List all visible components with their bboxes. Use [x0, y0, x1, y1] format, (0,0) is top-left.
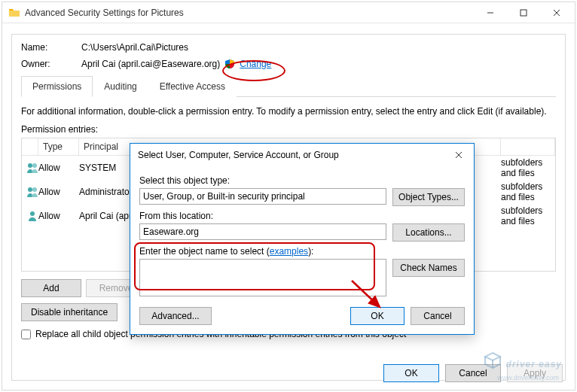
- col-type[interactable]: Type: [38, 138, 79, 155]
- maximize-button[interactable]: [507, 2, 540, 23]
- name-label: Name:: [21, 42, 81, 53]
- info-text: For additional information, double-click…: [21, 106, 556, 117]
- change-owner-link[interactable]: Change: [240, 59, 271, 69]
- add-button[interactable]: Add: [21, 279, 81, 297]
- object-type-label: Select this object type:: [139, 175, 465, 186]
- minimize-button[interactable]: [474, 2, 507, 23]
- user-icon: [26, 210, 38, 222]
- object-types-button[interactable]: Object Types...: [392, 188, 465, 206]
- owner-value: April Cai (april.cai@Easeware.org): [81, 59, 220, 69]
- dialog-ok-button[interactable]: OK: [350, 307, 405, 325]
- shield-icon: [224, 59, 235, 69]
- select-user-dialog: Select User, Computer, Service Account, …: [130, 143, 475, 335]
- examples-link[interactable]: examples: [270, 246, 308, 257]
- name-value: C:\Users\April.Cai\Pictures: [81, 42, 556, 53]
- object-name-label: Enter the object name to select (example…: [139, 246, 465, 257]
- svg-point-6: [28, 187, 32, 192]
- titlebar: Advanced Security Settings for Pictures: [2, 2, 575, 23]
- locations-button[interactable]: Locations...: [392, 223, 465, 242]
- tab-auditing[interactable]: Auditing: [93, 76, 148, 97]
- replace-child-checkbox[interactable]: [21, 330, 31, 339]
- advanced-button[interactable]: Advanced...: [139, 307, 212, 325]
- owner-label: Owner:: [21, 59, 81, 69]
- folder-icon: [8, 7, 20, 19]
- svg-point-8: [30, 211, 35, 216]
- window-title: Advanced Security Settings for Pictures: [25, 8, 474, 18]
- location-label: From this location:: [139, 211, 465, 221]
- main-cancel-button[interactable]: Cancel: [445, 364, 501, 382]
- object-name-input[interactable]: [139, 259, 386, 296]
- svg-point-5: [32, 163, 37, 168]
- svg-point-7: [32, 187, 37, 192]
- main-apply-button[interactable]: Apply: [507, 364, 563, 382]
- permission-entries-label: Permission entries:: [21, 124, 556, 135]
- dialog-cancel-button[interactable]: Cancel: [411, 307, 465, 325]
- user-icon: [26, 186, 38, 198]
- svg-point-4: [28, 163, 32, 168]
- dialog-titlebar: Select User, Computer, Service Account, …: [130, 144, 474, 166]
- col-applies[interactable]: [501, 138, 555, 155]
- check-names-button[interactable]: Check Names: [392, 259, 465, 277]
- tab-permissions[interactable]: Permissions: [21, 76, 93, 97]
- location-field[interactable]: [139, 223, 386, 240]
- tab-strip: Permissions Auditing Effective Access: [21, 75, 556, 97]
- close-button[interactable]: [540, 2, 573, 23]
- dialog-close-button[interactable]: [444, 144, 474, 166]
- svg-rect-1: [521, 10, 527, 16]
- tab-effective-access[interactable]: Effective Access: [148, 76, 237, 97]
- main-ok-button[interactable]: OK: [383, 364, 439, 382]
- user-icon: [26, 162, 38, 174]
- object-type-field[interactable]: [139, 188, 386, 205]
- dialog-title: Select User, Computer, Service Account, …: [138, 150, 444, 160]
- disable-inheritance-button[interactable]: Disable inheritance: [21, 303, 118, 321]
